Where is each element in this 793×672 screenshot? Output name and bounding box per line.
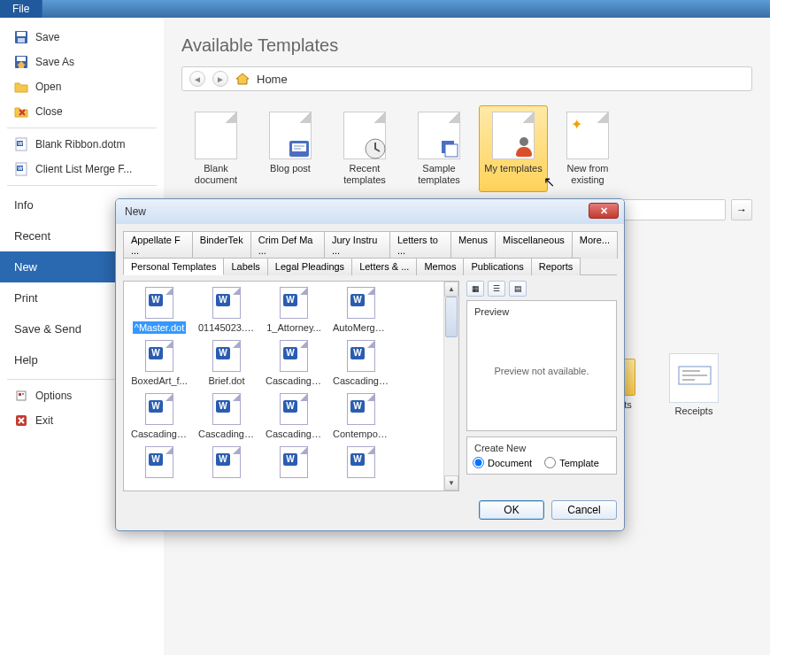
scroll-track[interactable] — [444, 297, 458, 475]
preview-label: Preview — [473, 306, 611, 317]
page-title: Available Templates — [181, 35, 752, 56]
sidebar-close[interactable]: Close — [0, 99, 164, 124]
view-details-button[interactable]: ▤ — [509, 281, 527, 297]
recent-templates-icon — [343, 112, 386, 159]
file-item[interactable]: Cascading Styles N... — [196, 393, 257, 443]
cancel-button[interactable]: Cancel — [551, 500, 617, 520]
sidebar-recent-file-1[interactable]: W Blank Ribbon.dotm — [0, 132, 164, 157]
template-blog-post[interactable]: Blog post — [256, 105, 325, 192]
dialog-tab[interactable]: Personal Templates — [123, 258, 224, 275]
dialog-tab[interactable]: More... — [572, 231, 618, 259]
file-item[interactable]: 1_Attorney... — [264, 287, 324, 336]
word-file-icon — [145, 446, 173, 478]
file-grid: ^Master.dot01145023.dot1_Attorney...Auto… — [129, 287, 438, 481]
radio-document[interactable]: Document — [473, 457, 532, 468]
close-icon — [14, 104, 28, 119]
label: New — [14, 260, 37, 274]
file-tab[interactable]: File — [0, 0, 42, 18]
dialog-tab[interactable]: Crim Def Ma ... — [250, 231, 325, 259]
file-list-pane: ^Master.dot01145023.dot1_Attorney...Auto… — [123, 281, 459, 491]
file-label: Contemporary Fax delete.dot — [331, 428, 391, 440]
dialog-titlebar[interactable]: New ✕ — [116, 199, 624, 224]
word-file-icon — [212, 287, 241, 319]
dialog-main: ^Master.dot01145023.dot1_Attorney...Auto… — [123, 281, 617, 491]
file-item[interactable] — [196, 446, 257, 481]
ok-button[interactable]: OK — [479, 500, 544, 520]
file-item[interactable] — [129, 446, 189, 481]
scroll-down-button[interactable]: ▼ — [444, 475, 458, 490]
template-recent-templates[interactable]: Recent templates — [330, 105, 399, 192]
scroll-thumb[interactable] — [445, 297, 458, 337]
category-receipts[interactable]: Receipts — [659, 353, 728, 429]
file-item[interactable]: Cascading Styles ... — [331, 340, 391, 390]
dialog-tab[interactable]: BinderTek — [192, 231, 251, 259]
file-label: Brief.dot — [207, 375, 247, 387]
template-sample-templates[interactable]: Sample templates — [404, 105, 473, 192]
word-file-icon — [212, 393, 241, 425]
file-label: Cascading Styles ... — [264, 428, 324, 440]
view-list-button[interactable]: ☰ — [488, 281, 505, 297]
file-item[interactable]: Contemporary Fax delete.dot — [331, 393, 391, 443]
label: Client List Merge F... — [35, 163, 132, 175]
create-new-group: Create New Document Template — [466, 436, 617, 475]
label: Options — [35, 390, 72, 402]
sidebar-open[interactable]: Open — [0, 74, 164, 99]
word-file-icon — [347, 287, 375, 319]
file-item[interactable] — [264, 446, 324, 481]
file-item[interactable]: ^Master.dot — [129, 287, 189, 336]
separator — [7, 127, 157, 128]
scroll-up-button[interactable]: ▲ — [444, 282, 458, 297]
blog-post-icon — [269, 112, 312, 159]
file-item[interactable]: BoxedArt_f... — [129, 340, 189, 390]
file-item[interactable]: Cascading Styles ... — [264, 393, 324, 443]
template-blank-document[interactable]: Blank document — [181, 105, 250, 192]
dialog-tab[interactable]: Letters to ... — [389, 231, 451, 259]
sidebar-recent-file-2[interactable]: W Client List Merge F... — [0, 157, 164, 182]
word-file-icon — [212, 340, 241, 372]
dialog-tab[interactable]: Labels — [223, 258, 267, 275]
home-icon[interactable] — [235, 73, 250, 85]
file-item[interactable] — [331, 446, 391, 481]
template-grid: Blank document Blog post Recent template… — [181, 105, 752, 192]
file-item[interactable]: Cascading Styles 2... — [264, 340, 324, 390]
breadcrumb-home[interactable]: Home — [257, 73, 288, 86]
file-item[interactable]: Cascading Styles ... — [129, 393, 189, 443]
dialog-tab[interactable]: Publications — [463, 258, 531, 275]
sparkle-icon: ✦ — [571, 116, 582, 133]
radio-template[interactable]: Template — [544, 457, 599, 468]
label: Recent templates — [333, 163, 396, 186]
radio-template-input[interactable] — [544, 457, 556, 468]
new-from-existing-icon: ✦ — [566, 112, 609, 159]
dialog-tab[interactable]: Letters & ... — [351, 258, 417, 275]
nav-back-button[interactable]: ◄ — [189, 71, 205, 87]
svg-rect-1 — [17, 32, 26, 36]
dialog-tab[interactable]: Reports — [531, 258, 581, 275]
dialog-tab[interactable]: Jury Instru ... — [324, 231, 390, 259]
radio-document-input[interactable] — [473, 457, 484, 468]
file-label: ^Master.dot — [133, 321, 187, 334]
sidebar-save-as[interactable]: Save As — [0, 50, 164, 74]
dialog-tab[interactable]: Memos — [416, 258, 464, 275]
word-file-icon — [145, 287, 173, 319]
view-large-icons-button[interactable]: ▦ — [466, 281, 484, 297]
svg-rect-4 — [17, 57, 26, 61]
dialog-tab[interactable]: Miscellaneous — [495, 231, 573, 259]
dialog-close-button[interactable]: ✕ — [589, 203, 619, 219]
dialog-tab[interactable]: Legal Pleadings — [267, 258, 352, 275]
search-go-button[interactable]: → — [731, 199, 752, 220]
file-item[interactable]: 01145023.dot — [196, 287, 257, 336]
sidebar-save[interactable]: Save — [0, 25, 164, 50]
scrollbar[interactable]: ▲ ▼ — [443, 282, 458, 490]
file-item[interactable]: AutoMerge.... — [331, 287, 391, 336]
file-item[interactable]: Brief.dot — [196, 340, 257, 390]
template-my-templates[interactable]: My templates — [479, 105, 548, 192]
receipts-icon — [669, 353, 719, 403]
dialog-tab[interactable]: Menus — [450, 231, 496, 259]
file-label: Cascading Styles ... — [331, 375, 391, 387]
label: Blog post — [258, 163, 322, 174]
dialog-tab[interactable]: Appellate F ... — [123, 231, 193, 259]
label: Save — [35, 31, 59, 43]
template-new-from-existing[interactable]: ✦ New from existing — [553, 105, 622, 192]
nav-forward-button[interactable]: ► — [212, 71, 228, 87]
open-icon — [14, 80, 28, 94]
